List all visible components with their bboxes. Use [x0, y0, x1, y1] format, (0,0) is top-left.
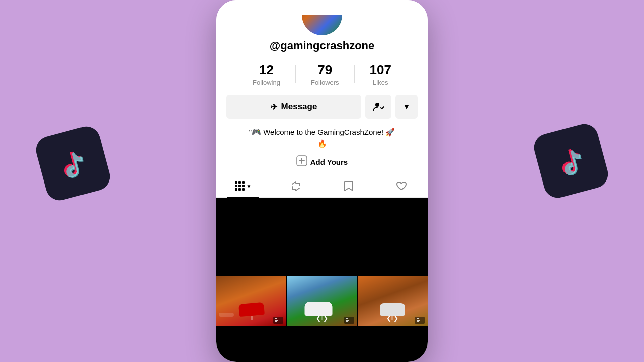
svg-rect-3	[238, 181, 241, 184]
add-yours-row[interactable]: Add Yours	[296, 153, 348, 175]
video-overlay-2	[344, 317, 354, 324]
tab-grid[interactable]: ▼	[216, 175, 269, 197]
message-icon: ✈	[271, 102, 277, 112]
svg-rect-15	[346, 320, 349, 321]
stat-following[interactable]: 12 Following	[237, 62, 295, 86]
svg-rect-9	[238, 188, 241, 191]
nav-arrows-2: ❮ ❯	[316, 315, 328, 322]
car-gray	[380, 303, 405, 316]
svg-rect-19	[417, 321, 419, 322]
video-controls-3	[415, 317, 425, 324]
username: @gamingcrashzone	[270, 39, 375, 52]
video-cell-top-1[interactable]	[216, 198, 286, 238]
stats-row: 12 Following 79 Followers 107 Likes	[216, 58, 428, 95]
tab-bar: ▼	[216, 175, 428, 198]
followers-count: 79	[317, 62, 332, 78]
svg-point-0	[375, 103, 379, 107]
svg-rect-5	[235, 185, 237, 187]
car-red	[238, 302, 265, 316]
message-button[interactable]: ✈ Message	[226, 95, 361, 119]
message-label: Message	[281, 102, 317, 112]
svg-rect-7	[242, 185, 245, 187]
tab-repost[interactable]	[269, 175, 322, 197]
video-controls-1	[273, 317, 283, 324]
following-label: Following	[253, 79, 280, 86]
svg-rect-13	[275, 321, 277, 322]
svg-rect-6	[238, 185, 241, 187]
video-cell-1[interactable]	[216, 276, 286, 326]
svg-rect-14	[346, 318, 348, 319]
video-overlay-3	[415, 317, 425, 324]
profile-container: @gamingcrashzone 12 Following 79 Followe…	[216, 15, 428, 175]
add-yours-label: Add Yours	[310, 158, 348, 166]
video-cell-3[interactable]: ❮ ❯	[358, 276, 428, 326]
dropdown-button[interactable]: ▼	[395, 95, 418, 119]
speed-blur-1	[219, 313, 234, 317]
bio-text: "🎮 Welcome to the GamingCrashZone! 🚀🔥	[239, 125, 406, 153]
videos-grid: ❮ ❯ ❮ ❯	[216, 198, 428, 362]
stat-likes[interactable]: 107 Likes	[355, 62, 407, 86]
phone-frame: @gamingcrashzone 12 Following 79 Followe…	[216, 0, 428, 362]
nav-arrows-3: ❮ ❯	[386, 315, 398, 322]
svg-rect-18	[417, 320, 420, 321]
svg-rect-10	[242, 188, 245, 191]
follow-button[interactable]	[365, 95, 391, 119]
followers-label: Followers	[311, 79, 339, 86]
buttons-row: ✈ Message ▼	[216, 95, 428, 125]
likes-count: 107	[370, 62, 391, 78]
avatar	[302, 15, 342, 35]
repost-icon	[290, 180, 301, 192]
video-cell-top-3[interactable]	[358, 198, 428, 238]
tab-likes[interactable]	[375, 175, 428, 197]
video-controls-2	[344, 317, 354, 324]
bookmark-icon	[344, 180, 354, 192]
svg-rect-2	[235, 181, 237, 184]
svg-rect-17	[417, 318, 419, 319]
add-yours-box-icon	[296, 155, 307, 166]
grid-icon	[234, 180, 246, 192]
stat-followers[interactable]: 79 Followers	[296, 62, 354, 86]
car-white	[305, 302, 333, 316]
grid-dropdown-arrow: ▼	[247, 184, 252, 189]
dropdown-icon: ▼	[403, 103, 410, 111]
add-yours-icon	[296, 155, 307, 169]
video-cell-top-2[interactable]	[287, 198, 357, 238]
video-overlay-1	[273, 317, 283, 324]
following-count: 12	[259, 62, 274, 78]
svg-rect-11	[275, 318, 277, 319]
avatar-area	[302, 15, 342, 35]
svg-rect-8	[235, 188, 237, 191]
tab-bookmark[interactable]	[322, 175, 375, 197]
follow-icon	[372, 101, 384, 113]
svg-rect-12	[275, 320, 278, 321]
phone-top-bar	[216, 0, 428, 15]
likes-label: Likes	[373, 79, 388, 86]
heart-icon	[396, 181, 407, 191]
svg-rect-16	[346, 321, 348, 322]
video-cell-2[interactable]: ❮ ❯	[287, 276, 357, 326]
bio-content: "🎮 Welcome to the GamingCrashZone! 🚀🔥	[249, 128, 395, 148]
svg-rect-4	[242, 181, 245, 184]
